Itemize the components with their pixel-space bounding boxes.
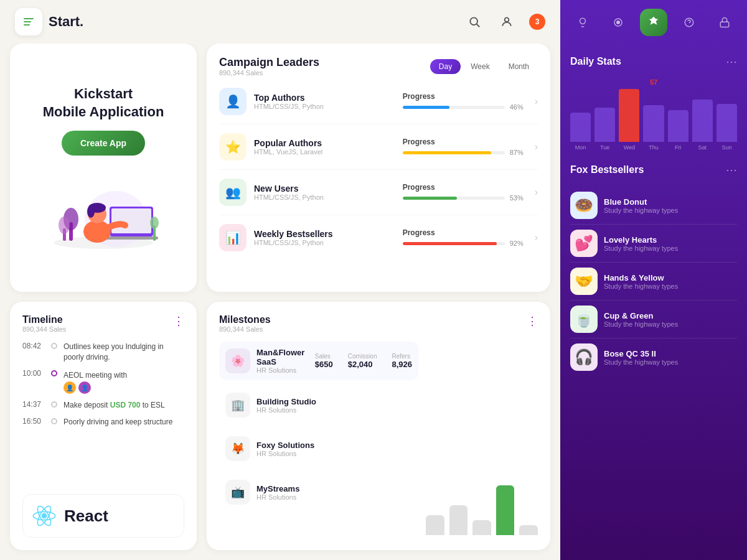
milestones-title: Milestones <box>219 314 271 325</box>
tl-text: AEOL meeting with <box>63 371 127 380</box>
logo-line-3 <box>24 24 30 26</box>
bestsellers-section: Fox Bestsellers ⋯ 🍩 Blue Donut Study the… <box>570 163 737 376</box>
timeline-item: 10:00 AEOL meeting with 👤 👤 <box>22 369 184 394</box>
panel-top-nav <box>560 0 747 45</box>
milestone-chart-bar <box>426 515 444 535</box>
milestone-name: Man&Flower SaaS <box>256 348 309 366</box>
row-info: Popular Authors HTML, VueJS, Laravel <box>254 138 395 156</box>
milestone-sub: HR Solutions <box>256 450 314 457</box>
tl-time: 14:37 <box>22 400 45 409</box>
progress-bar <box>403 151 505 154</box>
avatar-2: 👤 <box>78 381 91 394</box>
nav-lock[interactable] <box>711 9 738 36</box>
timeline-menu[interactable]: ⋮ <box>173 314 184 328</box>
nav-record[interactable] <box>604 9 632 36</box>
daily-bar <box>619 89 639 142</box>
nav-lightbulb[interactable] <box>569 9 596 36</box>
milestone-icon: 🏢 <box>225 393 250 418</box>
progress-pct: 92% <box>510 240 527 247</box>
milestone-chart-bar <box>449 505 468 535</box>
milestones-menu[interactable]: ⋮ <box>527 314 538 328</box>
bar-label: Fri <box>675 144 682 151</box>
search-icon[interactable] <box>464 12 484 32</box>
daily-bar <box>570 113 591 142</box>
nav-fox[interactable] <box>640 9 667 36</box>
daily-stats-title: Daily Stats <box>570 56 621 67</box>
bar-label: Thu <box>649 144 659 151</box>
daily-bar-item: Sat <box>692 100 713 151</box>
nav-help[interactable] <box>675 9 703 36</box>
timeline-item: 16:50 Poorly driving and keep structure <box>22 417 184 427</box>
milestone-info: Foxy Solutions HR Solutions <box>256 441 314 457</box>
svg-rect-10 <box>111 208 151 233</box>
milestone-sub: HR Solutions <box>256 406 316 414</box>
progress-pct: 46% <box>510 103 527 111</box>
logo-line-1 <box>24 18 34 19</box>
row-icon: 👥 <box>219 179 247 206</box>
svg-rect-26 <box>720 22 729 27</box>
progress-bar <box>403 106 505 109</box>
campaign-card: Campaign Leaders 890,344 Sales Day Week … <box>207 44 550 292</box>
notification-badge[interactable]: 3 <box>529 14 545 30</box>
content-grid: Kickstart Mobile Application Create App <box>0 44 560 560</box>
tab-week[interactable]: Week <box>462 59 498 74</box>
chevron-right-icon[interactable]: › <box>535 96 538 107</box>
progress-pct: 53% <box>510 194 527 202</box>
svg-point-17 <box>150 217 159 229</box>
milestone-name: Foxy Solutions <box>256 441 314 450</box>
tab-month[interactable]: Month <box>500 59 538 74</box>
stat-refers: Refers 8,926 <box>392 353 412 369</box>
daily-bar <box>668 110 688 142</box>
milestone-info: MyStreams HR Solutions <box>256 484 299 501</box>
bestseller-info: Hands & Yellow Study the highway types <box>604 273 678 290</box>
campaign-row: 👥 New Users HTML/CSS/JS, Python Progress… <box>219 170 538 215</box>
progress-label: Progress <box>403 92 527 101</box>
chevron-right-icon[interactable]: › <box>535 187 538 198</box>
progress-bar <box>403 197 505 200</box>
tab-day[interactable]: Day <box>430 59 461 74</box>
chevron-right-icon[interactable]: › <box>535 232 538 243</box>
daily-stats-menu[interactable]: ⋯ <box>726 55 737 68</box>
milestone-icon: 🌸 <box>225 348 250 373</box>
daily-bar <box>716 104 737 142</box>
react-badge: React <box>22 494 184 538</box>
right-panel: Daily Stats ⋯ 57 Mon Tue Wed Thu Fri Sat… <box>560 0 747 560</box>
bestsellers-menu[interactable]: ⋯ <box>726 163 737 177</box>
tl-dot <box>51 343 57 349</box>
header-right: 3 <box>464 12 545 32</box>
timeline-card: Timeline 890,344 Sales ⋮ 08:42 Outlines … <box>10 302 197 550</box>
timeline-header-left: Timeline 890,344 Sales <box>22 314 66 333</box>
milestones-chart <box>426 342 538 538</box>
panel-content: Daily Stats ⋯ 57 Mon Tue Wed Thu Fri Sat… <box>560 45 747 560</box>
row-icon: 📊 <box>219 224 247 251</box>
row-info: Top Authors HTML/CSS/JS, Python <box>254 93 395 110</box>
milestone-item: 🦊 Foxy Solutions HR Solutions <box>219 430 418 467</box>
bestseller-name: Blue Donut <box>604 197 678 207</box>
progress-section: Progress 92% <box>403 228 527 247</box>
bestseller-item: 🍵 Cup & Green Study the highway types <box>570 301 737 338</box>
tl-time: 10:00 <box>22 369 45 378</box>
bestseller-name: Hands & Yellow <box>604 273 678 282</box>
row-name: Popular Authors <box>254 138 395 148</box>
campaign-rows: 👤 Top Authors HTML/CSS/JS, Python Progre… <box>219 79 538 260</box>
logo-icon <box>15 8 42 35</box>
progress-fill <box>403 197 457 200</box>
bestseller-sub: Study the highway types <box>604 282 678 290</box>
row-tech: HTML, VueJS, Laravel <box>254 148 395 156</box>
user-icon[interactable] <box>497 12 517 32</box>
bestseller-item: 🤝 Hands & Yellow Study the highway types <box>570 263 737 301</box>
milestones-content: 🌸 Man&Flower SaaS HR Solutions Sales $65… <box>219 342 538 538</box>
chevron-right-icon[interactable]: › <box>535 141 538 152</box>
progress-bar-wrap: 46% <box>403 103 527 111</box>
bestseller-img: 🍵 <box>570 306 598 333</box>
progress-pct: 87% <box>510 149 527 156</box>
progress-fill <box>403 151 492 154</box>
create-app-button[interactable]: Create App <box>62 131 145 156</box>
row-info: New Users HTML/CSS/JS, Python <box>254 184 395 201</box>
bestseller-img: 🍩 <box>570 192 598 219</box>
timeline-items: 08:42 Outlines keep you Indulging in poo… <box>22 342 184 427</box>
svg-point-2 <box>505 17 509 22</box>
daily-bar-item: Sun <box>716 104 737 151</box>
tl-time: 16:50 <box>22 417 45 426</box>
milestones-header-left: Milestones 890,344 Sales <box>219 314 271 333</box>
